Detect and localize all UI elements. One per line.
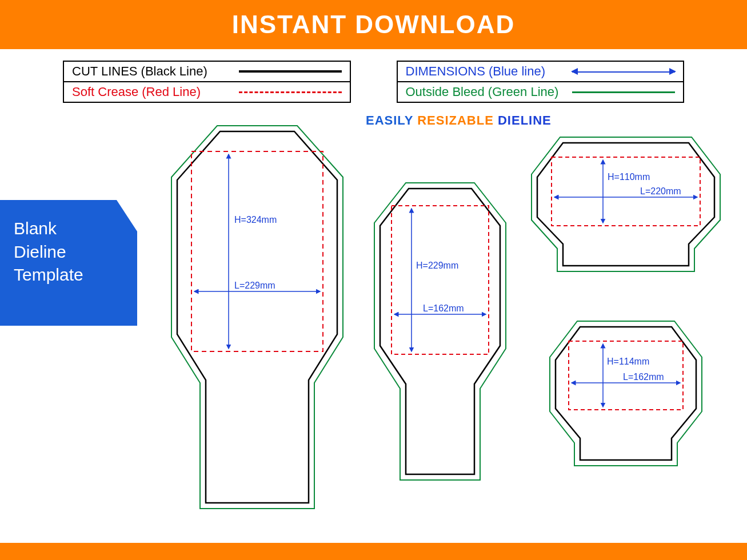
dieline-shape-c: H=110mm L=220mm	[526, 129, 726, 289]
svg-marker-1	[177, 131, 337, 503]
badge-line: Template	[14, 263, 123, 287]
header-banner: INSTANT DOWNLOAD	[0, 0, 747, 49]
dim-h: H=110mm	[608, 172, 650, 182]
legend-cut-lines: CUT LINES (Black Line)	[64, 62, 350, 81]
svg-rect-2	[191, 151, 323, 351]
dimension-sample	[572, 71, 675, 72]
legend-dimensions: DIMENSIONS (Blue line)	[398, 62, 684, 81]
svg-marker-0	[171, 126, 343, 509]
svg-marker-5	[374, 183, 506, 480]
dieline-canvas: H=324mm L=229mm H=229mm L=162mm H=110mm …	[149, 114, 741, 537]
legend-label: Outside Bleed (Green Line)	[406, 85, 559, 99]
svg-marker-15	[550, 321, 702, 466]
svg-marker-11	[537, 143, 714, 266]
legend-soft-crease: Soft Crease (Red Line)	[64, 81, 350, 102]
svg-marker-16	[556, 327, 696, 460]
svg-rect-7	[392, 206, 489, 354]
dim-l: L=162mm	[623, 372, 664, 382]
legend-right: DIMENSIONS (Blue line) Outside Bleed (Gr…	[397, 61, 685, 103]
svg-marker-6	[380, 189, 500, 474]
dim-l: L=162mm	[423, 303, 464, 313]
bleed-sample	[572, 91, 675, 93]
dim-l: L=229mm	[234, 281, 275, 290]
side-badge: Blank Dieline Template	[0, 200, 137, 326]
dim-h: H=324mm	[234, 215, 277, 225]
dim-h: H=229mm	[416, 261, 458, 270]
dim-l: L=220mm	[640, 186, 681, 196]
badge-line: Dieline	[14, 241, 123, 264]
dieline-shape-d: H=114mm L=162mm	[543, 314, 709, 480]
legend-left: CUT LINES (Black Line) Soft Crease (Red …	[63, 61, 351, 103]
dieline-shape-b: H=229mm L=162mm	[366, 177, 514, 497]
legend-label: DIMENSIONS (Blue line)	[406, 64, 546, 79]
legend-row: CUT LINES (Black Line) Soft Crease (Red …	[63, 61, 684, 103]
dim-h: H=114mm	[607, 357, 649, 366]
crease-sample	[239, 91, 342, 93]
badge-line: Blank	[14, 217, 123, 241]
footer-banner	[0, 543, 747, 560]
legend-label: Soft Crease (Red Line)	[72, 85, 201, 99]
legend-label: CUT LINES (Black Line)	[72, 64, 207, 79]
cut-line-sample	[239, 70, 342, 73]
dieline-shape-a: H=324mm L=229mm	[160, 120, 354, 531]
legend-bleed: Outside Bleed (Green Line)	[398, 81, 684, 102]
